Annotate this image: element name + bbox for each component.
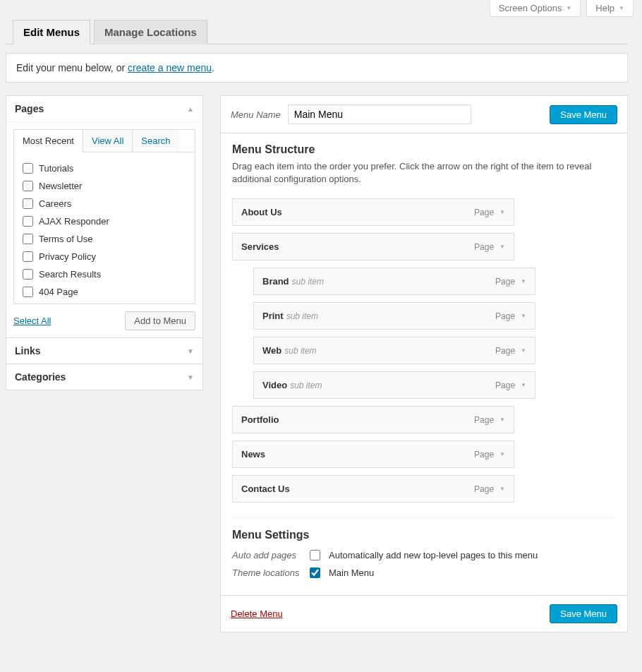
menu-structure-desc: Drag each item into the order you prefer… (232, 160, 616, 186)
menu-item-sub-label: sub item (290, 380, 322, 390)
page-item[interactable]: AJAX Responder (21, 212, 188, 230)
menu-item-expand-icon[interactable]: ▼ (521, 313, 526, 319)
menu-item-title: Portfolio (241, 414, 279, 425)
menu-edit-panel: Menu Name Save Menu Menu Structure Drag … (220, 95, 628, 632)
menu-item-expand-icon[interactable]: ▼ (499, 244, 505, 250)
help-label: Help (595, 3, 614, 13)
theme-locations-label: Theme locations (232, 568, 301, 578)
menu-item-expand-icon[interactable]: ▼ (499, 209, 505, 215)
auto-add-text: Automatically add new top-level pages to… (329, 550, 538, 560)
save-menu-button-bottom[interactable]: Save Menu (550, 604, 617, 623)
menu-item-sub-label: sub item (284, 346, 316, 356)
menu-item-type-label: Page (474, 450, 494, 460)
page-item-label: Search Results (39, 269, 101, 280)
menu-settings-heading: Menu Settings (232, 529, 616, 541)
tab-edit-menus[interactable]: Edit Menus (13, 20, 90, 44)
menu-item-expand-icon[interactable]: ▼ (521, 347, 526, 354)
page-item-label: 404 Page (39, 287, 78, 297)
intro-box: Edit your menu below, or create a new me… (6, 53, 628, 83)
add-to-menu-button[interactable]: Add to Menu (125, 311, 195, 330)
pages-accordion-header[interactable]: Pages ▲ (6, 96, 202, 122)
menu-item-type-label: Page (474, 208, 494, 217)
menu-item-type-label: Page (495, 346, 515, 356)
menu-item-expand-icon[interactable]: ▼ (499, 416, 505, 423)
page-item-checkbox[interactable] (23, 269, 33, 280)
select-all-link[interactable]: Select All (13, 316, 51, 326)
delete-menu-link[interactable]: Delete Menu (231, 608, 283, 619)
page-item[interactable]: Careers (21, 195, 188, 212)
menu-item[interactable]: NewsPage▼ (232, 440, 514, 468)
menu-item-expand-icon[interactable]: ▼ (521, 382, 526, 388)
auto-add-checkbox[interactable] (310, 550, 320, 560)
links-title: Links (15, 345, 41, 356)
links-accordion-header[interactable]: Links ▼ (6, 338, 202, 364)
menu-item-title: Web (262, 345, 281, 356)
menu-item-title: Brand (262, 276, 289, 287)
menu-item[interactable]: About UsPage▼ (232, 198, 514, 226)
tab-most-recent[interactable]: Most Recent (14, 130, 83, 152)
page-item-checkbox[interactable] (23, 251, 33, 262)
menu-name-input[interactable] (288, 104, 471, 124)
page-item-label: AJAX Responder (39, 216, 109, 227)
pages-inner-tabs: Most Recent View All Search (13, 129, 195, 152)
page-item-label: Tutorials (39, 163, 73, 174)
caret-up-icon: ▲ (187, 105, 194, 113)
menu-structure-heading: Menu Structure (232, 143, 616, 156)
menu-item-title: Contact Us (241, 484, 290, 494)
page-item[interactable]: Search Results (21, 265, 188, 283)
page-item[interactable]: Newsletter (21, 177, 188, 195)
page-item-checkbox[interactable] (23, 181, 33, 191)
menu-item[interactable]: Websub itemPage▼ (253, 337, 535, 364)
page-item-checkbox[interactable] (23, 234, 33, 244)
intro-suffix: . (212, 62, 214, 73)
help-button[interactable]: Help ▼ (586, 0, 634, 17)
menu-item-type-label: Page (495, 277, 515, 287)
tab-manage-locations[interactable]: Manage Locations (94, 20, 207, 44)
links-accordion: Links ▼ (6, 337, 203, 364)
menu-item-type-label: Page (474, 484, 494, 494)
pages-list: TutorialsNewsletterCareersAJAX Responder… (13, 152, 195, 304)
page-item[interactable]: Tutorials (21, 160, 188, 177)
tab-search[interactable]: Search (133, 130, 178, 152)
menu-item[interactable]: Videosub itemPage▼ (253, 371, 535, 399)
theme-location-checkbox[interactable] (310, 568, 320, 578)
nav-tabs: Edit Menus Manage Locations (6, 20, 628, 44)
categories-accordion: Categories ▼ (6, 364, 203, 390)
page-item[interactable]: Terms of Use (21, 230, 188, 248)
pages-title: Pages (15, 103, 44, 114)
auto-add-label: Auto add pages (232, 550, 301, 560)
menu-item-sub-label: sub item (292, 277, 324, 287)
create-menu-link[interactable]: create a new menu (128, 62, 212, 73)
caret-down-icon: ▼ (187, 373, 194, 381)
menu-item-title: Video (262, 380, 287, 390)
page-item-label: Terms of Use (39, 234, 93, 244)
screen-options-button[interactable]: Screen Options ▼ (490, 0, 581, 17)
menu-name-label: Menu Name (231, 109, 281, 120)
menu-item-expand-icon[interactable]: ▼ (499, 486, 505, 492)
tab-view-all[interactable]: View All (83, 130, 133, 152)
page-item-checkbox[interactable] (23, 198, 33, 209)
page-item[interactable]: 404 Page (21, 283, 188, 301)
menu-item-title: Print (262, 311, 284, 321)
menu-item-expand-icon[interactable]: ▼ (499, 451, 505, 457)
menu-item[interactable]: ServicesPage▼ (232, 233, 514, 260)
save-menu-button-top[interactable]: Save Menu (550, 105, 617, 124)
page-item-checkbox[interactable] (23, 163, 33, 174)
page-item-checkbox[interactable] (23, 287, 33, 297)
page-item-checkbox[interactable] (23, 216, 33, 227)
menu-item-title: Services (241, 241, 279, 252)
menu-item-type-label: Page (474, 415, 494, 425)
menu-item[interactable]: Printsub itemPage▼ (253, 302, 535, 330)
pages-accordion: Pages ▲ Most Recent View All Search Tuto… (6, 95, 203, 338)
menu-item[interactable]: PortfolioPage▼ (232, 406, 514, 433)
chevron-down-icon: ▼ (619, 5, 624, 11)
screen-options-label: Screen Options (499, 3, 562, 13)
page-item[interactable]: Privacy Policy (21, 248, 188, 265)
caret-down-icon: ▼ (187, 347, 194, 355)
theme-location-text: Main Menu (329, 568, 374, 578)
menu-item[interactable]: Brandsub itemPage▼ (253, 268, 535, 295)
page-item-label: Privacy Policy (39, 251, 96, 262)
menu-item[interactable]: Contact UsPage▼ (232, 475, 514, 503)
categories-accordion-header[interactable]: Categories ▼ (6, 364, 202, 390)
menu-item-expand-icon[interactable]: ▼ (521, 278, 526, 284)
